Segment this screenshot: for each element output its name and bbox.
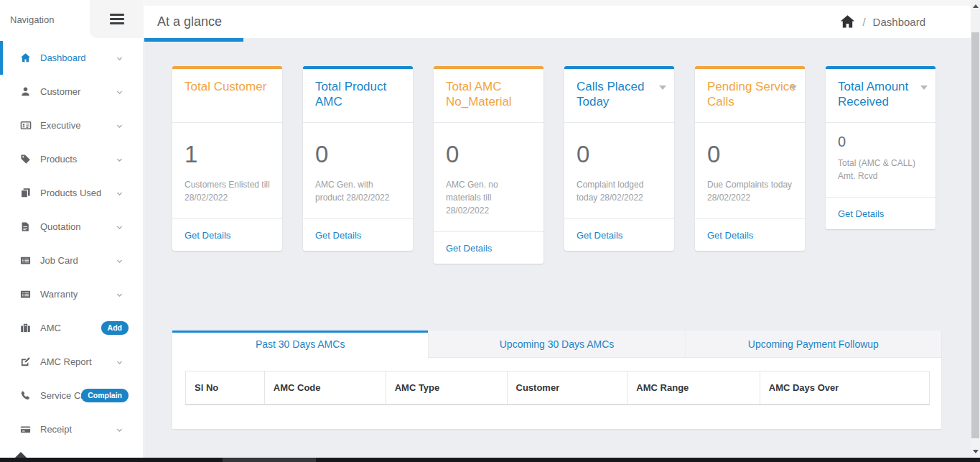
edit-icon	[20, 356, 32, 368]
chevron-down-icon	[116, 257, 123, 267]
breadcrumb-current: Dashboard	[873, 16, 925, 28]
card-title: Total Customer	[185, 79, 275, 94]
caret-down-icon[interactable]	[659, 86, 666, 90]
table-icon	[20, 255, 32, 267]
sidebar-title: Navigation	[10, 14, 54, 25]
sidebar-item-label: AMC	[40, 323, 61, 333]
title-underline-row	[144, 38, 971, 42]
amc-panel: Past 30 Days AMCs Upcoming 30 Days AMCs …	[172, 331, 941, 429]
partial-next-item-icon	[15, 452, 27, 458]
file-text-icon	[20, 221, 32, 233]
card-total-customer: Total Customer 1 Customers Enlisted till…	[172, 66, 282, 251]
briefcase-icon	[20, 323, 32, 334]
sidebar-item-customer[interactable]: Customer	[0, 75, 143, 108]
stat-cards-row: Total Customer 1 Customers Enlisted till…	[172, 66, 971, 283]
card-title: Total AMC No_Material	[446, 79, 536, 110]
card-header: Calls Placed Today	[564, 69, 674, 123]
sidebar-item-products[interactable]: Products	[0, 142, 143, 176]
card-header: Total Product AMC	[303, 69, 413, 123]
card-description: Total (AMC & CALL) Amt. Rcvd	[838, 157, 925, 183]
card-value: 0	[838, 133, 925, 150]
sidebar-nav: Dashboard Customer Executive	[0, 41, 143, 446]
home-icon	[20, 52, 32, 64]
amc-table: Sl No AMC Code AMC Type Customer AMC Ran…	[185, 371, 930, 405]
card-title: Pending Service Calls	[707, 79, 798, 110]
card-title: Total Amount Received	[838, 79, 928, 110]
card-footer: Get Details	[564, 218, 674, 251]
vertical-scrollbar[interactable]	[971, 0, 980, 458]
chevron-down-icon	[116, 425, 123, 436]
card-value: 0	[577, 140, 664, 169]
chevron-down-icon	[116, 223, 123, 234]
card-description: AMC Gen. with product 28/02/2022	[315, 178, 403, 204]
card-body: 1 Customers Enlisted till 28/02/2022	[172, 123, 282, 218]
sidebar-item-amc[interactable]: AMC Add	[0, 311, 143, 345]
get-details-link[interactable]: Get Details	[315, 230, 361, 241]
page-title: At a glance	[157, 14, 222, 29]
sidebar-item-label: Products Used	[40, 188, 101, 198]
chevron-down-icon	[116, 290, 123, 301]
sidebar-item-amc-report[interactable]: AMC Report	[0, 345, 143, 379]
column-amc-type: AMC Type	[386, 371, 507, 405]
sidebar-item-job-card[interactable]: Job Card	[0, 244, 143, 277]
card-total-amount-received: Total Amount Received 0 Total (AMC & CAL…	[826, 66, 935, 229]
card-title: Calls Placed Today	[577, 79, 667, 110]
card-header: Total AMC No_Material	[434, 69, 543, 123]
card-body: 0 Due Complaints today 28/02/2022	[695, 123, 805, 218]
tab-past-30-days-amcs[interactable]: Past 30 Days AMCs	[172, 331, 428, 358]
hamburger-menu-icon[interactable]	[90, 0, 144, 38]
table-icon	[20, 289, 32, 300]
sidebar-item-label: Products	[40, 154, 77, 165]
top-header: At a glance / Dashboard	[144, 6, 971, 38]
sidebar-item-executive[interactable]: Executive	[0, 108, 143, 142]
card-header: Total Customer	[172, 69, 282, 123]
tab-panel-body: Sl No AMC Code AMC Type Customer AMC Ran…	[172, 358, 941, 429]
sidebar-item-quotation[interactable]: Quotation	[0, 210, 143, 244]
horizontal-scrollbar[interactable]	[0, 458, 980, 462]
sidebar-item-label: Receipt	[40, 424, 72, 435]
chevron-down-icon	[116, 155, 123, 166]
sidebar-item-products-used[interactable]: Products Used	[0, 176, 143, 210]
get-details-link[interactable]: Get Details	[838, 208, 884, 219]
get-details-link[interactable]: Get Details	[577, 230, 622, 241]
horizontal-scrollbar-thumb[interactable]	[223, 458, 316, 462]
sidebar-item-warranty[interactable]: Warranty	[0, 277, 143, 311]
chevron-down-icon	[116, 189, 123, 200]
chevron-down-icon	[116, 88, 123, 98]
card-header: Total Amount Received	[826, 69, 935, 123]
card-title: Total Product AMC	[315, 79, 406, 110]
column-customer: Customer	[507, 371, 627, 405]
home-icon[interactable]	[840, 14, 855, 29]
column-amc-code: AMC Code	[264, 371, 386, 405]
scroll-down-arrow-icon[interactable]	[973, 450, 979, 453]
card-value: 0	[315, 140, 403, 169]
card-value: 1	[185, 140, 272, 169]
vertical-scrollbar-thumb[interactable]	[971, 32, 979, 438]
scroll-up-arrow-icon[interactable]	[973, 4, 979, 8]
column-amc-range: AMC Range	[627, 371, 760, 405]
get-details-link[interactable]: Get Details	[707, 230, 753, 241]
card-footer: Get Details	[826, 197, 935, 229]
chevron-down-icon	[116, 121, 123, 132]
caret-down-icon[interactable]	[790, 86, 797, 90]
card-footer: Get Details	[695, 218, 805, 251]
breadcrumb: / Dashboard	[840, 14, 925, 29]
complain-badge[interactable]: Complain	[81, 389, 129, 402]
copy-icon	[20, 188, 32, 199]
tag-icon	[20, 154, 32, 165]
sidebar-item-service-call[interactable]: Service Call Complain	[0, 379, 143, 412]
get-details-link[interactable]: Get Details	[446, 243, 492, 254]
card-value: 0	[446, 140, 533, 169]
tab-upcoming-payment-followup[interactable]: Upcoming Payment Followup	[685, 331, 941, 358]
tab-upcoming-30-days-amcs[interactable]: Upcoming 30 Days AMCs	[428, 331, 684, 358]
get-details-link[interactable]: Get Details	[185, 230, 230, 241]
sidebar-item-receipt[interactable]: Receipt	[0, 412, 143, 446]
card-value: 0	[707, 140, 795, 169]
sidebar-item-dashboard[interactable]: Dashboard	[0, 41, 143, 75]
caret-down-icon[interactable]	[920, 86, 928, 90]
title-underline	[144, 38, 243, 42]
card-description: AMC Gen. no materials till 28/02/2022	[446, 178, 533, 217]
table-header-row: Sl No AMC Code AMC Type Customer AMC Ran…	[186, 371, 930, 405]
add-badge[interactable]: Add	[101, 321, 129, 335]
tab-bar: Past 30 Days AMCs Upcoming 30 Days AMCs …	[172, 331, 941, 358]
